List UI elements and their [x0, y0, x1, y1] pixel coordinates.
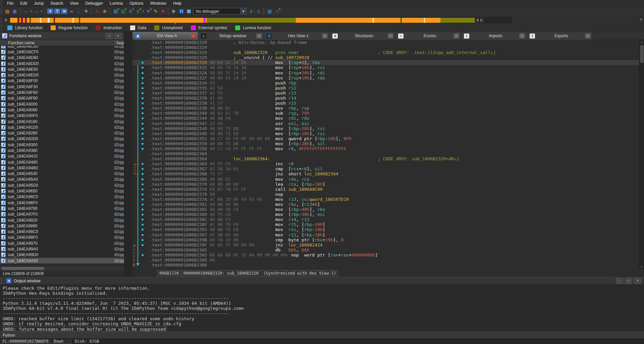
navband-menu-button[interactable]: ▾ [639, 17, 643, 22]
column-segment[interactable]: Segment [114, 41, 124, 45]
binoculars-icon[interactable]: ∞ [68, 8, 75, 15]
make-code-icon[interactable]: ▤+ [112, 8, 119, 15]
disassembly-line[interactable]: .text:00000001806B236D 48 8B D1 mov rdx,… [132, 177, 639, 182]
disassembly-line[interactable]: .text:00000001806B2347 33 F6 xor esi, es… [132, 121, 639, 126]
instruction-dot-icon[interactable] [142, 239, 144, 241]
function-list-item[interactable]: fsub_184EA8E50il2cpp [0, 66, 124, 72]
dropdown-caret-icon[interactable]: ▾ [30, 8, 33, 14]
disassembly-line[interactable]: .text:00000001806B237A 4C 8B 2D 8F 59 E5… [132, 197, 639, 202]
function-list-item[interactable]: fsub_184EA8ED0il2cpp [0, 72, 124, 78]
menu-file[interactable]: File [4, 0, 17, 6]
disassembly-line[interactable]: .text:00000001806B2393 48 8B 75 E8 mov r… [132, 227, 639, 232]
disassembly-line[interactable]: .text:00000001806B2334 55 push rbp [132, 80, 639, 85]
instruction-dot-icon[interactable] [142, 72, 144, 74]
function-list-item[interactable]: fsub_184EA98C0il2cpp [0, 229, 124, 235]
functions-hscrollbar[interactable] [0, 266, 124, 271]
instruction-dot-icon[interactable] [142, 148, 144, 150]
function-list-item[interactable]: fsub_184EA9480il2cpp [0, 159, 124, 165]
instruction-dot-icon[interactable] [142, 209, 144, 211]
disassembly-line[interactable]: .text:00000001806B2344 48 8B FA mov rdi,… [132, 116, 639, 121]
function-list-item[interactable]: fsub_184EA9260il2cpp [0, 130, 124, 136]
disassembly-line[interactable]: .text:00000001806B23B0 [132, 263, 639, 268]
open-file-icon[interactable]: ▨ [4, 8, 11, 15]
disassembly-line[interactable]: .text:00000001806B239F 0F 85 7F 00 00 00… [132, 242, 639, 247]
function-list-item[interactable]: fsub_184EA95A0il2cpp [0, 177, 124, 182]
function-list-item[interactable]: fsub_184EA99D0il2cpp [0, 252, 124, 258]
instruction-dot-icon[interactable] [142, 214, 144, 216]
tab-strings-window[interactable]: sStrings window× [198, 32, 264, 40]
instruction-dot-icon[interactable] [142, 143, 144, 145]
instruction-dot-icon[interactable] [142, 193, 144, 195]
find-immediate-icon[interactable]: # [47, 8, 53, 14]
menu-search[interactable]: Search [47, 0, 66, 6]
instruction-dot-icon[interactable] [142, 198, 144, 200]
disassembly-line[interactable]: .text:00000001806B239B 80 7B 19 00 cmp b… [132, 237, 639, 242]
instruction-dot-icon[interactable] [142, 173, 144, 175]
output-float-button[interactable]: ▫ [616, 278, 623, 284]
disassembly-line[interactable]: .text:00000001806B2325 48 89 74 24 18 mo… [132, 65, 639, 70]
tab-close-icon[interactable]: × [585, 34, 590, 38]
function-list-item[interactable]: fsub_184EA9650il2cpp [0, 188, 124, 194]
disassembly-line[interactable]: .text:00000001806B2397 4C 8B 65 D8 mov r… [132, 232, 639, 237]
disassembly-line[interactable]: .text:00000001806B234D 48 89 75 E8 mov [… [132, 131, 639, 136]
disassembly-line[interactable]: .text:00000001806B2337 41 55 push r13 [132, 91, 639, 96]
disassembly-line[interactable]: .text:00000001806B2379 90 nop [132, 192, 639, 197]
debugger-run-icon[interactable] [171, 8, 177, 15]
python-prompt-row[interactable]: Python [0, 332, 644, 338]
instruction-dot-icon[interactable] [142, 92, 144, 94]
function-list-item[interactable]: fsub_184EA94B0il2cpp [0, 165, 124, 171]
functions-close-button[interactable]: × [114, 33, 122, 39]
tab-ida-view-a[interactable]: ≣IDA View-A× [132, 32, 198, 40]
instruction-dot-icon[interactable] [142, 128, 144, 130]
disassembly-line[interactable]: .text:00000001806B238F 4C 8B 7D F0 mov r… [132, 222, 639, 227]
navband-play-icon[interactable] [5, 18, 8, 22]
instruction-dot-icon[interactable] [142, 229, 144, 231]
tab-enums[interactable]: ≡Enums× [395, 32, 461, 40]
instruction-dot-icon[interactable] [142, 254, 144, 256]
instruction-dot-icon[interactable] [142, 112, 144, 114]
chevron-down-icon[interactable]: ▼ [240, 8, 246, 14]
function-list-item[interactable]: fsub_184EA8F60il2cpp [0, 90, 124, 95]
jump-icon[interactable]: ↓ [75, 8, 82, 15]
disassembly-line[interactable]: .text:00000001806B2320 48 89 5C 24 08 mo… [132, 60, 639, 65]
output-maximize-button[interactable]: □ [625, 278, 632, 284]
instruction-dot-icon[interactable] [142, 107, 144, 109]
disassembly-line[interactable]: .text:00000001806B2370 48 8D 4D D8 lea r… [132, 182, 639, 187]
instruction-dot-icon[interactable] [142, 204, 144, 206]
tab-structures[interactable]: AStructures× [330, 32, 395, 40]
function-list-item[interactable]: fsub_184EA8F00il2cpp [0, 78, 124, 84]
instruction-dot-icon[interactable] [142, 87, 144, 89]
disassembly-line[interactable]: .text:00000001806B2349 48 89 75 D8 mov [… [132, 126, 639, 131]
function-list-item[interactable]: fsub_184EA99A0il2cpp [0, 246, 124, 252]
continue-process-icon[interactable]: c [255, 8, 262, 15]
menu-lumina[interactable]: Lumina [106, 0, 126, 6]
output-close-button[interactable]: × [634, 278, 641, 284]
function-list-item[interactable]: fsub_184EA9780il2cpp [0, 206, 124, 211]
function-list-item[interactable]: fsub_184EA90F0il2cpp [0, 113, 124, 119]
tab-close-icon[interactable]: × [388, 34, 393, 38]
tab-hex-view-1[interactable]: OHex View-1× [264, 32, 330, 40]
disassembly-line[interactable]: .text:00000001806B2367 42 38 34 01 cmp [… [132, 166, 639, 171]
menu-help[interactable]: Help [170, 0, 185, 6]
scroll-down-icon[interactable]: ▼ [639, 265, 644, 269]
function-list-item[interactable]: fsub_184EA92D0il2cpp [0, 136, 124, 142]
disassembly-line[interactable]: .text:00000001806B2320 ; __unwind { // s… [132, 55, 639, 60]
scroll-up-icon[interactable]: ▲ [639, 40, 644, 44]
disassembly-line[interactable]: .text:00000001806B232A 48 89 7C 24 20 mo… [132, 70, 639, 75]
disassembly-vscrollbar[interactable]: ▲ ▼ [639, 40, 644, 269]
instruction-dot-icon[interactable] [142, 133, 144, 135]
function-list-item[interactable]: fsub_184EA8CF0il2cpp [0, 49, 124, 55]
debugger-pause-icon[interactable] [178, 8, 185, 15]
instruction-dot-icon[interactable] [142, 82, 144, 84]
function-list-item[interactable]: fsub_184EA9410il2cpp [0, 154, 124, 159]
disassembly-line[interactable]: .text:00000001806B2364 49 FF C0 inc r8 [132, 161, 639, 166]
instruction-dot-icon[interactable] [142, 102, 144, 104]
functions-list-header[interactable]: Function name Segment [0, 40, 124, 46]
function-list-item[interactable]: fsub_184EA98F0il2cpp [0, 235, 124, 240]
tab-close-icon[interactable]: × [520, 34, 525, 38]
tab-close-icon[interactable]: × [322, 34, 327, 38]
function-list-item[interactable]: fsub_184EA9380il2cpp [0, 148, 124, 153]
disassembly-line[interactable]: .text:00000001806B235D 49 C7 C0 FF FF FF… [132, 146, 639, 151]
instruction-dot-icon[interactable] [142, 97, 144, 99]
menu-edit[interactable]: Edit [17, 0, 31, 6]
